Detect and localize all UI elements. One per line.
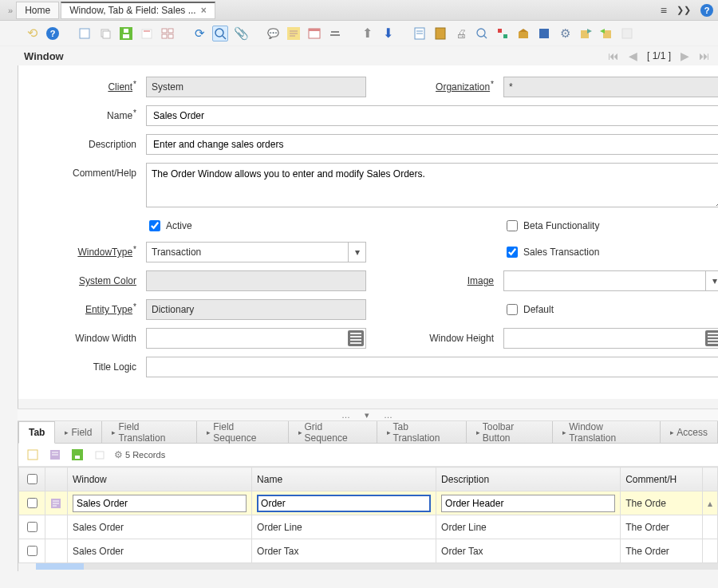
undo-icon[interactable]: ⟲ bbox=[24, 26, 40, 41]
horizontal-scrollbar[interactable] bbox=[36, 563, 718, 571]
calendar-icon[interactable] bbox=[306, 26, 322, 41]
note-icon[interactable] bbox=[286, 26, 302, 41]
cell-input-window[interactable] bbox=[73, 495, 247, 512]
window-form: Client System Organization * Name Descri… bbox=[26, 77, 710, 377]
svg-rect-43 bbox=[75, 456, 80, 459]
window-width-field[interactable] bbox=[146, 328, 366, 349]
report-icon[interactable] bbox=[412, 26, 428, 41]
import-icon[interactable] bbox=[598, 26, 614, 41]
subtab-toolbar-button[interactable]: ▸Toolbar Button bbox=[467, 421, 553, 444]
chevron-down-icon[interactable]: ❯❯ bbox=[677, 5, 691, 15]
gear-icon[interactable]: ⚙ bbox=[557, 26, 573, 41]
windowtype-field[interactable]: Transaction▾ bbox=[146, 242, 366, 262]
chevron-down-icon[interactable]: ▾ bbox=[348, 243, 365, 262]
grid-new-icon[interactable] bbox=[25, 447, 41, 463]
col-window[interactable]: Window bbox=[68, 468, 252, 491]
save-icon[interactable] bbox=[118, 26, 134, 41]
calculator-icon[interactable] bbox=[348, 330, 364, 346]
cell-input-name[interactable] bbox=[257, 495, 431, 512]
default-checkbox[interactable] bbox=[507, 304, 518, 315]
beta-checkbox[interactable] bbox=[507, 220, 518, 231]
grid-toolbar: ⚙5 Records bbox=[18, 444, 718, 467]
product-icon[interactable] bbox=[515, 26, 531, 41]
col-comment[interactable]: Comment/H bbox=[621, 468, 703, 491]
search-icon[interactable] bbox=[212, 26, 228, 41]
print-icon[interactable]: 🖨 bbox=[453, 26, 469, 41]
titlelogic-field[interactable] bbox=[146, 357, 718, 377]
help-icon[interactable]: ? bbox=[700, 4, 713, 17]
svg-rect-21 bbox=[330, 34, 340, 36]
grid-save-icon[interactable] bbox=[69, 447, 85, 463]
expand-sidebar-icon[interactable]: » bbox=[5, 6, 16, 15]
row-select-checkbox[interactable] bbox=[27, 498, 37, 508]
description-field[interactable] bbox=[146, 134, 718, 155]
gear-icon[interactable]: ⚙ bbox=[114, 449, 123, 460]
tab-home[interactable]: Home bbox=[16, 2, 59, 19]
col-name[interactable]: Name bbox=[252, 468, 436, 491]
help-icon[interactable]: ? bbox=[45, 26, 61, 41]
wwidth-label: Window Width bbox=[75, 333, 136, 344]
last-record-icon[interactable]: ⏭ bbox=[699, 49, 710, 62]
workflow-icon[interactable] bbox=[495, 26, 511, 41]
triangle-icon: ▸ bbox=[387, 428, 391, 436]
detail-tab-bar: Tab▸Field▸Field Translation▸Field Sequen… bbox=[18, 421, 718, 444]
zoom-across-icon[interactable] bbox=[474, 26, 490, 41]
delete-icon[interactable] bbox=[139, 26, 155, 41]
table-row[interactable]: The Orde▴ bbox=[19, 491, 718, 515]
col-description[interactable]: Description bbox=[436, 468, 621, 491]
record-pager: ⏮ ◀ [ 1/1 ] ▶ ⏭ bbox=[608, 49, 710, 62]
new-record-icon[interactable] bbox=[77, 26, 93, 41]
grid-form-icon[interactable] bbox=[47, 447, 63, 463]
svg-rect-0 bbox=[80, 29, 89, 38]
calculator-icon[interactable] bbox=[705, 330, 718, 346]
grid-toggle-icon[interactable] bbox=[160, 26, 176, 41]
archive-icon[interactable] bbox=[432, 26, 448, 41]
close-window-icon[interactable] bbox=[619, 26, 635, 41]
svg-rect-20 bbox=[331, 31, 339, 33]
cell-input-description[interactable] bbox=[441, 495, 615, 512]
chevron-down-icon[interactable]: ▾ bbox=[705, 271, 718, 290]
subtab-tab-translation[interactable]: ▸Tab Translation bbox=[377, 421, 467, 444]
attachment-icon[interactable]: 📎 bbox=[233, 26, 249, 41]
row-select-checkbox[interactable] bbox=[27, 522, 37, 532]
salestx-checkbox[interactable] bbox=[507, 247, 518, 258]
detail-record-icon[interactable]: ⬇ bbox=[380, 26, 396, 41]
subtab-field[interactable]: ▸Field bbox=[55, 421, 102, 444]
subtab-window-translation[interactable]: ▸Window Translation bbox=[553, 421, 661, 444]
next-record-icon[interactable]: ▶ bbox=[681, 49, 689, 62]
name-field[interactable] bbox=[146, 105, 718, 126]
subtab-access[interactable]: ▸Access bbox=[661, 421, 718, 444]
chat-icon[interactable]: 💬 bbox=[265, 26, 281, 41]
request-icon[interactable] bbox=[327, 26, 343, 41]
comment-field[interactable]: The Order Window allows you to enter and… bbox=[146, 163, 718, 207]
copy-record-icon[interactable] bbox=[97, 26, 113, 41]
tab-window-tab-field[interactable]: Window, Tab & Field: Sales ... × bbox=[61, 2, 215, 19]
select-all-checkbox[interactable] bbox=[27, 474, 37, 484]
app-tab-bar: » Home Window, Tab & Field: Sales ... × … bbox=[0, 0, 718, 21]
svg-rect-44 bbox=[96, 452, 104, 459]
main-toolbar: ⟲ ? ⟳ 📎 💬 ⬆ ⬇ 🖨 ⚙ bbox=[0, 21, 718, 46]
image-field[interactable]: ▾ bbox=[503, 270, 718, 291]
row-select-checkbox[interactable] bbox=[27, 546, 37, 556]
grid-delete-icon[interactable] bbox=[92, 447, 108, 463]
refresh-icon[interactable]: ⟳ bbox=[191, 26, 207, 41]
menu-icon[interactable]: ≡ bbox=[661, 4, 667, 17]
table-row[interactable]: Sales OrderOrder LineOrder LineThe Order bbox=[19, 515, 718, 539]
export-icon[interactable] bbox=[578, 26, 594, 41]
active-checkbox[interactable] bbox=[149, 220, 160, 231]
window-height-field[interactable] bbox=[503, 328, 718, 349]
subtab-tab[interactable]: Tab bbox=[18, 421, 55, 444]
prev-record-icon[interactable]: ◀ bbox=[629, 49, 637, 62]
edit-row-icon[interactable] bbox=[50, 498, 61, 509]
subtab-grid-sequence[interactable]: ▸Grid Sequence bbox=[289, 421, 377, 444]
subtab-field-translation[interactable]: ▸Field Translation bbox=[102, 421, 197, 444]
table-row[interactable]: Sales OrderOrder TaxOrder TaxThe Order bbox=[19, 539, 718, 563]
first-record-icon[interactable]: ⏮ bbox=[608, 49, 619, 62]
close-icon[interactable]: × bbox=[201, 5, 207, 16]
splitter-bar[interactable]: …▾… bbox=[18, 408, 718, 421]
triangle-icon: ▸ bbox=[562, 428, 566, 436]
parent-record-icon[interactable]: ⬆ bbox=[359, 26, 375, 41]
triangle-icon: ▸ bbox=[112, 428, 116, 436]
subtab-field-sequence[interactable]: ▸Field Sequence bbox=[197, 421, 288, 444]
process-icon[interactable] bbox=[536, 26, 552, 41]
